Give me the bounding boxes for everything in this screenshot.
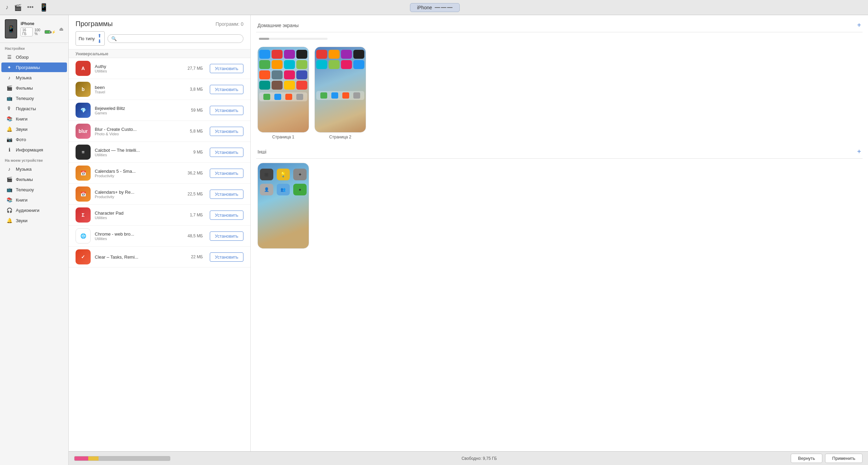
photos-label: Фото: [16, 137, 26, 142]
app-name: Character Pad: [95, 211, 186, 216]
app-row[interactable]: 🌐Chrome - web bro...Utilities48,5 МБУста…: [69, 226, 250, 247]
search-input[interactable]: [119, 36, 240, 41]
tv2-label: Телешоу: [16, 187, 34, 192]
music-icon[interactable]: ♪: [5, 4, 9, 11]
iphone-icon[interactable]: 📱: [39, 3, 48, 12]
install-button[interactable]: Установить: [210, 127, 243, 136]
sidebar-item-sounds2[interactable]: 🔔 Звуки: [1, 216, 67, 225]
tv-label: Телешоу: [16, 96, 34, 101]
install-button[interactable]: Установить: [210, 85, 243, 94]
add-other-screen-button[interactable]: +: [857, 148, 861, 156]
overview-label: Обзор: [16, 55, 29, 60]
app-size: 48,5 МБ: [187, 234, 203, 238]
iphone-lines: [435, 7, 453, 8]
info-icon: ℹ: [6, 147, 12, 152]
app-info: Blur - Create Custo...Photo & Video: [95, 127, 186, 136]
screen-page1[interactable]: Страница 1: [258, 47, 309, 139]
install-button[interactable]: Установить: [210, 148, 243, 157]
app-size: 27,7 МБ: [187, 66, 203, 71]
install-button[interactable]: Установить: [210, 64, 243, 73]
install-button[interactable]: Установить: [210, 231, 243, 241]
home-screens-section: Домашние экраны +: [256, 19, 863, 139]
device-tab[interactable]: iPhone: [410, 3, 460, 12]
apply-button[interactable]: Применить: [825, 454, 863, 463]
install-button[interactable]: Установить: [210, 190, 243, 199]
battery-percent: 100 %: [35, 28, 44, 36]
app-name: Chrome - web bro...: [95, 231, 183, 237]
tv2-icon: 📺: [6, 187, 12, 192]
sidebar-item-audiobooks[interactable]: 🎧 Аудиокниги: [1, 205, 67, 215]
app-row[interactable]: blurBlur - Create Custo...Photo & Video5…: [69, 121, 250, 142]
install-button[interactable]: Установить: [210, 252, 243, 262]
app-category: Productivity: [95, 174, 183, 178]
app-category: Games: [95, 111, 187, 115]
sidebar-item-tv2[interactable]: 📺 Телешоу: [1, 185, 67, 194]
podcasts-icon: 🎙: [6, 106, 12, 111]
sidebar-item-books2[interactable]: 📚 Книги: [1, 195, 67, 205]
film-icon[interactable]: 🎬: [14, 4, 22, 11]
info-label: Информация: [16, 147, 43, 152]
sidebar-item-music[interactable]: ♪ Музыка: [1, 73, 67, 82]
sidebar-item-apps[interactable]: ✦ Программы: [1, 63, 67, 72]
app-row[interactable]: AAuthyUtilities27,7 МБУстановить: [69, 58, 250, 79]
app-row[interactable]: bbeenTravel3,8 МБУстановить: [69, 79, 250, 100]
screen-thumb-page2: [315, 47, 366, 133]
other-screens-section: Інші + ⊞ 💡 ✦ 👤 👥: [256, 145, 863, 249]
app-row[interactable]: 📅Calendars+ by Re...Productivity22,5 МБУ…: [69, 184, 250, 205]
app-row[interactable]: ✓Clear – Tasks, Remi...22 МБУстановить: [69, 247, 250, 268]
app-row[interactable]: 💎Bejeweled BlitzGames59 МБУстановить: [69, 100, 250, 121]
sidebar-item-books[interactable]: 📚 Книги: [1, 114, 67, 124]
battery-bar: [45, 30, 50, 34]
books-icon: 📚: [6, 116, 12, 122]
app-category: Utilities: [95, 237, 183, 241]
app-row[interactable]: 📅Calendars 5 - Sma...Productivity36,2 МБ…: [69, 163, 250, 184]
sidebar-item-films2[interactable]: 🎬 Фильмы: [1, 174, 67, 184]
sort-select[interactable]: По типу ⬆⬇: [76, 31, 105, 46]
app-info: beenTravel: [95, 85, 186, 94]
sidebar-item-info[interactable]: ℹ Информация: [1, 145, 67, 155]
sidebar-item-overview[interactable]: ☰ Обзор: [1, 52, 67, 62]
search-box[interactable]: 🔍: [107, 34, 243, 43]
install-button[interactable]: Установить: [210, 106, 243, 115]
content-area: Программы Программ: 0 По типу ⬆⬇ 🔍 Униве…: [69, 15, 868, 465]
device-thumbnail: 📱: [5, 19, 17, 38]
app-info: Calendars+ by Re...Productivity: [95, 190, 183, 199]
app-size: 22 МБ: [191, 254, 203, 259]
eject-icon[interactable]: ⏏: [59, 26, 64, 32]
app-icon: b: [76, 82, 91, 97]
tv-icon: 📺: [6, 95, 12, 101]
app-info: Bejeweled BlitzGames: [95, 106, 187, 115]
app-size: 1,7 МБ: [190, 213, 203, 217]
sidebar-item-photos[interactable]: 📷 Фото: [1, 135, 67, 144]
segment-pink: [75, 456, 88, 461]
sidebar-item-music2[interactable]: ♪ Музыка: [1, 164, 67, 174]
device-section-label: На моем устройстве: [0, 155, 68, 164]
app-row[interactable]: ΣCharacter PadUtilities1,7 МБУстановить: [69, 205, 250, 226]
books2-icon: 📚: [6, 197, 12, 203]
revert-button[interactable]: Вернуть: [791, 454, 822, 463]
sidebar-item-films[interactable]: 🎬 Фильмы: [1, 83, 67, 93]
films-label: Фильмы: [16, 86, 33, 91]
app-row[interactable]: =Calcbot — The Intelli...Utilities9 МБУс…: [69, 142, 250, 163]
screens-right-panel: Домашние экраны +: [251, 15, 868, 451]
screen-page2[interactable]: Страница 2: [315, 47, 366, 139]
sidebar-item-podcasts[interactable]: 🎙 Подкасты: [1, 104, 67, 113]
app-icon: 📅: [76, 166, 91, 181]
install-button[interactable]: Установить: [210, 211, 243, 220]
device-tab-label: iPhone: [417, 5, 432, 10]
films2-label: Фильмы: [16, 177, 33, 182]
search-icon: 🔍: [111, 36, 117, 41]
sounds2-icon: 🔔: [6, 218, 12, 223]
screen-other1[interactable]: ⊞ 💡 ✦ 👤 👥 ●: [258, 163, 309, 249]
sidebar-item-sounds[interactable]: 🔔 Звуки: [1, 124, 67, 134]
install-button[interactable]: Установить: [210, 169, 243, 178]
more-icon[interactable]: •••: [27, 4, 34, 11]
sidebar-item-tv[interactable]: 📺 Телешоу: [1, 93, 67, 103]
home-section-label: Домашние экраны: [258, 23, 299, 28]
status-bar: Свободно: 9,75 ГБ Вернуть Применить: [69, 451, 868, 465]
other-section-header: Інші +: [256, 145, 863, 159]
apps-left-panel: Программы Программ: 0 По типу ⬆⬇ 🔍 Униве…: [69, 15, 251, 451]
device-storage: 16 ГБ 100 % ⚡: [21, 27, 56, 36]
add-home-screen-button[interactable]: +: [857, 21, 861, 29]
app-icon: 📅: [76, 186, 91, 202]
